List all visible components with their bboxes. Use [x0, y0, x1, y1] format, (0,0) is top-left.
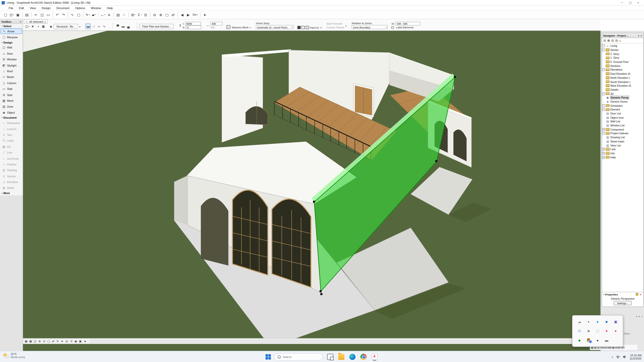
refline-center-icon[interactable]: ▬: [120, 23, 126, 29]
zoom-out-icon[interactable]: ⊖: [42, 339, 46, 344]
previous-view-icon[interactable]: ◀: [179, 11, 185, 18]
toolbox-item[interactable]: ╱ Line: [0, 149, 23, 155]
copy-icon[interactable]: ◫: [39, 11, 45, 18]
menu-item[interactable]: Help: [104, 6, 116, 9]
toolbox-item[interactable]: ↔ Dimension: [0, 120, 23, 126]
toolbox-item[interactable]: ≣ Stair: [0, 92, 23, 98]
tree-item[interactable]: Elevations: [602, 68, 643, 72]
tree-item[interactable]: Window List: [602, 123, 643, 128]
toolbox-item[interactable]: More: [0, 191, 23, 195]
tree-item[interactable]: Help: [602, 155, 643, 159]
photos-icon[interactable]: ●: [606, 329, 608, 333]
tree-item[interactable]: Generic Axono: [602, 99, 643, 104]
favorites-icon[interactable]: ★: [30, 23, 36, 29]
walk-mode-icon[interactable]: ➤: [202, 11, 208, 18]
trapezoid-wall-icon[interactable]: ▱: [96, 23, 102, 29]
toolbox-item[interactable]: ▦ Mesh: [0, 98, 23, 104]
tree-item[interactable]: Project Indexes: [602, 131, 643, 135]
camera-settings-icon[interactable]: ◉: [74, 339, 78, 344]
model-display-icon[interactable]: ▦: [24, 339, 28, 344]
tree-item[interactable]: 1. Story: [602, 56, 643, 60]
tree-item[interactable]: Stories: [602, 48, 643, 52]
project-map-icon[interactable]: ▤: [604, 39, 606, 42]
tree-item[interactable]: Wall List: [602, 119, 643, 123]
go-menu[interactable]: Go ▾: [191, 11, 199, 18]
navigator-header[interactable]: Navigator - Project ... ▾ ×: [602, 33, 643, 38]
toolbox-item[interactable]: ◉ Detail: [0, 185, 23, 191]
toolbox-item[interactable]: Document: [0, 115, 23, 120]
tree-expander[interactable]: [602, 44, 605, 47]
tree-expander[interactable]: [602, 132, 605, 135]
toolbox-item[interactable]: ▩ Fill: [0, 144, 23, 149]
installer-icon[interactable]: ●: [615, 329, 617, 333]
background-pen-chip[interactable]: [302, 26, 305, 29]
toolbox-item[interactable]: ▨ Zone: [0, 104, 23, 110]
dock-chevrons-icon[interactable]: ▾ ▾ »: [636, 315, 643, 318]
tree-item[interactable]: North Elevation (: [602, 76, 643, 80]
pen-set-icon[interactable]: ▰ ▾: [91, 11, 97, 18]
id-field[interactable]: [396, 22, 420, 25]
undo-icon[interactable]: ↶: [54, 11, 60, 18]
polywall-icon[interactable]: ∿: [102, 23, 107, 29]
toolbox-item[interactable]: ◆ Object: [0, 110, 23, 115]
tree-expander[interactable]: [602, 128, 605, 131]
console-icon[interactable]: ▪: [588, 320, 589, 324]
print-icon[interactable]: ▤: [24, 11, 30, 18]
tree-expander[interactable]: [602, 48, 605, 51]
top-offset-field[interactable]: [185, 22, 201, 25]
arrow-tool-icon[interactable]: ↖: [70, 11, 76, 18]
gravity-icon[interactable]: ↧ ▾: [136, 11, 142, 18]
pane-arrow-icon[interactable]: ▸: [250, 26, 251, 28]
tree-expander[interactable]: [602, 68, 605, 71]
tree-expander[interactable]: [602, 104, 605, 107]
favorites-dropdown[interactable]: Structural - Be...: [54, 24, 78, 29]
settings-dialog-icon[interactable]: ◫ ▾: [25, 23, 30, 29]
toolbox-item[interactable]: ▤ Drawing: [0, 167, 23, 173]
start-button[interactable]: [265, 354, 271, 360]
menu-item[interactable]: Options: [72, 6, 88, 9]
tree-item[interactable]: Info: [602, 151, 643, 155]
excel-icon[interactable]: ■: [578, 338, 580, 342]
curved-wall-icon[interactable]: ∩: [91, 23, 96, 29]
palette-close-icon[interactable]: ×: [639, 293, 642, 296]
toolbox-item[interactable]: ⊿ Elevation: [0, 179, 23, 185]
pane-arrow-icon[interactable]: ▸: [79, 25, 80, 28]
publisher-icon[interactable]: ▧: [615, 39, 618, 42]
chrome-icon[interactable]: [359, 352, 368, 362]
tree-item[interactable]: Generic Persp: [602, 95, 643, 99]
tree-item[interactable]: Element: [602, 108, 643, 112]
fill-pattern-swatch[interactable]: [226, 25, 230, 29]
toolbox-header[interactable]: ToolBox ×: [0, 19, 23, 24]
orbit-icon[interactable]: ↻: [56, 339, 60, 344]
menu-item[interactable]: Edit: [16, 6, 27, 9]
toolbox-item[interactable]: ↖ Arrow: [0, 28, 22, 34]
fit-in-window-icon[interactable]: ▢: [164, 11, 170, 18]
tree-item[interactable]: Lists: [602, 147, 643, 151]
file-explorer-icon[interactable]: [336, 352, 346, 362]
tree-item[interactable]: South Elevation (: [602, 80, 643, 84]
relation-to-zones-dropdown[interactable]: Zone Boundary ▾: [352, 25, 388, 29]
pane-arrow-icon[interactable]: ▸: [346, 24, 347, 27]
properties-header[interactable]: Properties ×: [602, 292, 643, 296]
pen-color-chip[interactable]: [297, 26, 301, 29]
next-view-icon[interactable]: ▶: [185, 11, 191, 18]
tree-expander[interactable]: [602, 152, 605, 155]
search-input[interactable]: Search: [274, 354, 323, 361]
navigator-menu-icon[interactable]: ≡: [619, 39, 621, 42]
cursor-snap-icon[interactable]: ⊟: [142, 11, 149, 18]
thickness-field[interactable]: [210, 22, 223, 25]
surface-swatch[interactable]: [306, 26, 309, 29]
weather-widget[interactable]: 11°C Mostly sunny: [3, 353, 25, 359]
tree-item[interactable]: West Elevation (A: [602, 84, 643, 88]
pin-icon[interactable]: ◆: [587, 329, 590, 333]
tree-item[interactable]: View List: [602, 143, 643, 147]
toolbox-item[interactable]: ∿ Polyline: [0, 161, 23, 167]
horizontal-scrollbar[interactable]: [90, 340, 598, 343]
tree-item[interactable]: Drawing List: [602, 135, 643, 139]
clock[interactable]: 10:15 AM 11/2/2025: [630, 354, 642, 360]
toolbox-item[interactable]: ▭ Slab: [0, 86, 23, 92]
redo-icon[interactable]: ↷: [60, 11, 66, 18]
scale-icon[interactable]: ∷: [121, 11, 127, 18]
menu-item[interactable]: File: [6, 6, 16, 9]
skype-icon[interactable]: ●: [596, 320, 599, 324]
